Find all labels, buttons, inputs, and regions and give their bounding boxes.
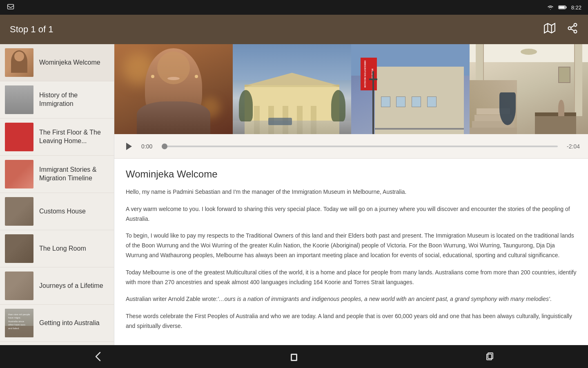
svg-rect-14 [292, 355, 296, 360]
content-para-2: A very warm welcome to you. I look forwa… [126, 204, 577, 224]
text-content: Wominjeka Welcome Hello, my name is Padm… [114, 159, 588, 345]
main-layout: Wominjeka Welcome History of the Immigra… [0, 44, 588, 345]
svg-rect-0 [8, 4, 14, 9]
sidebar-label-firstfloor: The First Floor & The Leaving Home... [39, 128, 109, 146]
image-panel-building [233, 44, 351, 134]
sidebar-thumb-customs [5, 197, 33, 226]
sidebar-label-customs: Customs House [39, 207, 86, 216]
sidebar-item-immigrant[interactable]: Immigrant Stories & Migration Timeline [0, 156, 114, 193]
svg-line-11 [571, 26, 574, 28]
audio-progress-track[interactable] [162, 146, 558, 147]
wifi-icon [547, 4, 554, 10]
status-bar: 8:22 [0, 0, 588, 15]
back-button[interactable] [88, 348, 108, 365]
sidebar-thumb-longroom [5, 234, 33, 263]
home-icon [288, 350, 300, 363]
sidebar-label-journeys: Journeys of a Lifetime [39, 282, 103, 290]
sidebar-item-history[interactable]: History of the Immigration [0, 81, 114, 119]
top-bar-title: Stop 1 of 1 [10, 24, 53, 35]
sidebar-label-history: History of the Immigration [39, 91, 109, 108]
audio-time-current: 0:00 [141, 143, 156, 150]
sidebar: Wominjeka Welcome History of the Immigra… [0, 44, 114, 345]
content-title: Wominjeka Welcome [126, 168, 577, 180]
sidebar-thumb-firstfloor [5, 123, 33, 151]
image-panel-interior [470, 44, 588, 134]
sidebar-item-journeys[interactable]: Journeys of a Lifetime [0, 267, 114, 305]
svg-rect-2 [566, 7, 566, 9]
content-para-4: Today Melbourne is one of the greatest M… [126, 268, 577, 287]
sidebar-label-getting: Getting into Australia [39, 319, 100, 328]
sidebar-item-firstfloor[interactable]: The First Floor & The Leaving Home... [0, 119, 114, 156]
svg-marker-12 [126, 143, 132, 150]
map-icon[interactable] [544, 22, 555, 36]
sidebar-label-wominjeka: Wominjeka Welcome [39, 58, 100, 67]
audio-player: 0:00 -2:04 [114, 134, 588, 159]
svg-point-9 [574, 30, 577, 33]
status-bar-right: 8:22 [547, 4, 581, 11]
svg-marker-4 [544, 23, 555, 33]
sidebar-item-wominjeka[interactable]: Wominjeka Welcome [0, 44, 114, 81]
share-icon[interactable] [567, 22, 578, 36]
sidebar-label-longroom: The Long Room [39, 245, 86, 253]
battery-icon [558, 5, 567, 10]
top-bar: Stop 1 of 1 [0, 15, 588, 44]
audio-time-remaining: -2:04 [564, 143, 580, 150]
sidebar-item-longroom[interactable]: The Long Room [0, 230, 114, 267]
svg-point-8 [568, 27, 571, 30]
sidebar-label-immigrant: Immigrant Stories & Migration Timeline [39, 166, 109, 183]
sidebar-thumb-journeys [5, 272, 33, 300]
content-para-3: To begin, I would like to pay my respect… [126, 231, 577, 260]
content-para-6: These words celebrate the First Peoples … [126, 312, 577, 331]
image-panel-portrait [114, 44, 233, 134]
sidebar-thumb-getting: than nine mil people have migra Australi… [5, 309, 33, 337]
play-button[interactable] [122, 140, 136, 153]
back-icon [92, 350, 104, 363]
image-panel-museum: IMMIGRATION MUSEUM MUSEUM [351, 44, 470, 134]
sidebar-item-customs[interactable]: Customs House [0, 193, 114, 230]
sidebar-thumb-wominjeka [5, 48, 33, 77]
sidebar-item-getting[interactable]: than nine mil people have migra Australi… [0, 305, 114, 342]
recents-button[interactable] [480, 348, 500, 365]
top-bar-icons [544, 22, 578, 36]
content-para-5: Australian writer Arnold Zable wrote:'…o… [126, 294, 577, 304]
bottom-nav [0, 345, 588, 368]
content-para-1: Hello, my name is Padmini Sebastian and … [126, 187, 577, 197]
status-time: 8:22 [571, 4, 581, 11]
content-area: IMMIGRATION MUSEUM MUSEUM [114, 44, 588, 345]
recents-icon [484, 350, 496, 363]
status-bar-left [7, 3, 15, 11]
svg-line-10 [571, 29, 574, 31]
notification-icon [7, 3, 15, 11]
audio-progress-dot[interactable] [162, 144, 167, 149]
sidebar-thumb-immigrant [5, 160, 33, 188]
svg-rect-3 [559, 6, 565, 9]
image-strip: IMMIGRATION MUSEUM MUSEUM [114, 44, 588, 134]
svg-point-7 [574, 23, 577, 26]
sidebar-thumb-history [5, 85, 33, 114]
home-button[interactable] [284, 348, 304, 365]
